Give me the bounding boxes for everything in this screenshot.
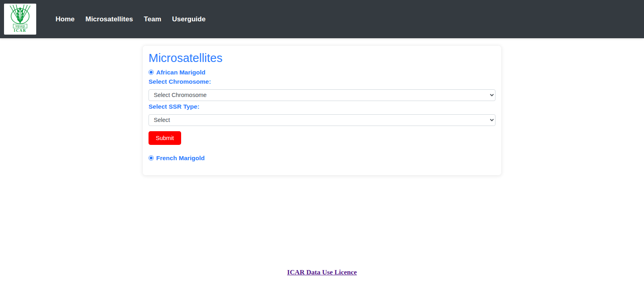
nav-item-microsatellites[interactable]: Microsatellites <box>85 15 133 23</box>
african-marigold-radio[interactable] <box>149 70 154 75</box>
nav-item-userguide[interactable]: Userguide <box>172 15 206 23</box>
african-marigold-option: African Marigold <box>149 69 495 76</box>
ssr-type-field-label: Select SSR Type: <box>149 103 495 110</box>
icar-wheat-emblem-icon: भाकृअनुप ICAR <box>6 4 35 34</box>
submit-button[interactable]: Submit <box>149 131 181 145</box>
svg-text:भाकृअनुप: भाकृअनुप <box>15 25 25 29</box>
french-marigold-radio[interactable] <box>149 155 154 161</box>
nav-item-home[interactable]: Home <box>56 15 74 23</box>
nav-item-team[interactable]: Team <box>144 15 161 23</box>
svg-text:ICAR: ICAR <box>14 29 26 33</box>
african-marigold-label[interactable]: African Marigold <box>156 69 205 76</box>
main-content: Microsatellites African Marigold Select … <box>0 45 644 175</box>
footer: ICAR Data Use Licence <box>0 268 644 276</box>
navbar: भाकृअनुप ICAR Home Microsatellites Team … <box>0 0 644 38</box>
ssr-type-select[interactable]: Select <box>149 114 495 126</box>
brand-logo[interactable]: भाकृअनुप ICAR <box>4 4 36 35</box>
nav-menu: Home Microsatellites Team Userguide <box>56 15 206 23</box>
page-title: Microsatellites <box>149 51 495 65</box>
chromosome-field-label: Select Chromosome: <box>149 78 495 85</box>
chromosome-select[interactable]: Select Chromosome <box>149 89 495 101</box>
icar-data-use-licence-link[interactable]: ICAR Data Use Licence <box>287 268 357 276</box>
french-marigold-label[interactable]: French Marigold <box>156 155 205 162</box>
microsatellites-card: Microsatellites African Marigold Select … <box>142 45 502 175</box>
french-marigold-option: French Marigold <box>149 155 495 162</box>
